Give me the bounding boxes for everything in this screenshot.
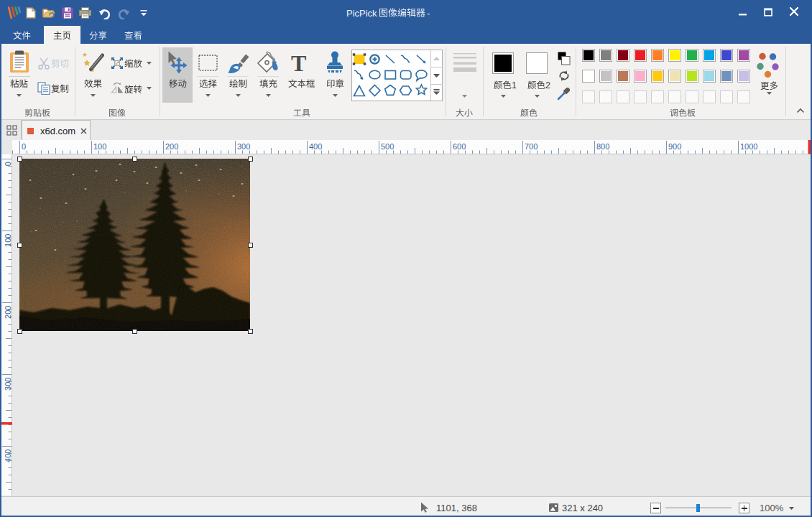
svg-text:500: 500 xyxy=(381,142,394,151)
svg-text:100: 100 xyxy=(93,142,106,151)
svg-text:700: 700 xyxy=(525,142,538,151)
svg-text:0: 0 xyxy=(22,142,26,151)
svg-text:200: 200 xyxy=(165,142,178,151)
svg-text:0: 0 xyxy=(4,162,12,166)
svg-text:900: 900 xyxy=(668,142,681,151)
svg-text:1000: 1000 xyxy=(740,142,757,151)
svg-text:300: 300 xyxy=(4,378,12,391)
svg-text:200: 200 xyxy=(4,306,12,319)
svg-text:100: 100 xyxy=(4,234,12,247)
svg-text:400: 400 xyxy=(309,142,322,151)
svg-text:800: 800 xyxy=(596,142,609,151)
svg-text:600: 600 xyxy=(453,142,466,151)
svg-text:400: 400 xyxy=(4,450,12,462)
svg-text:300: 300 xyxy=(237,142,250,151)
